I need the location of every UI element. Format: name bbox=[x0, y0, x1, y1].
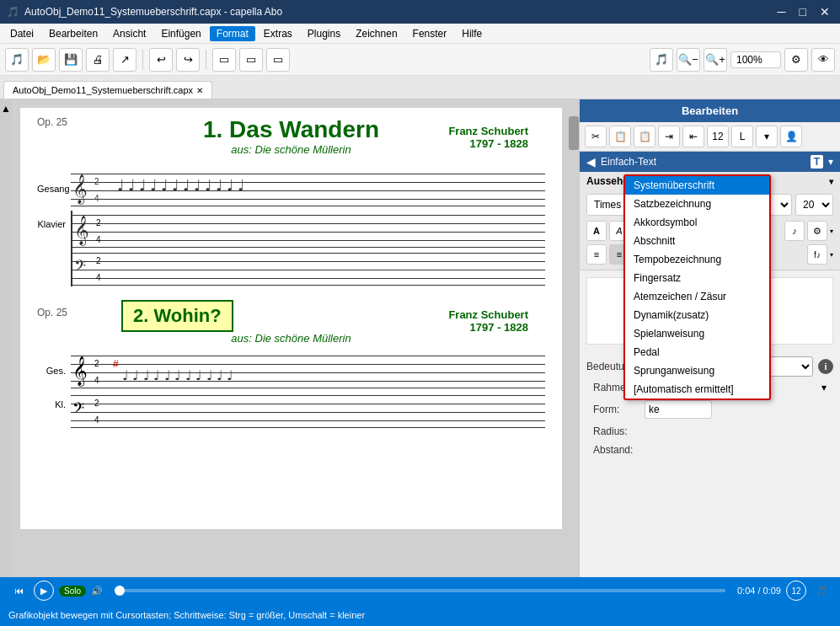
dropdown-btn[interactable]: ▾ bbox=[756, 126, 778, 147]
menu-fenster[interactable]: Fenster bbox=[406, 26, 454, 41]
align-more-icon[interactable]: ▾ bbox=[830, 251, 833, 259]
minimize-button[interactable]: ─ bbox=[774, 5, 789, 19]
special-button2[interactable]: ⇤ bbox=[682, 126, 704, 147]
save-button[interactable]: 💾 bbox=[59, 48, 83, 72]
ts-line-2 bbox=[72, 223, 545, 224]
menu-extras[interactable]: Extras bbox=[257, 26, 299, 41]
dropdown-item-spielanweisung[interactable]: Spielanweisung bbox=[625, 324, 769, 343]
tab-close-icon[interactable]: ✕ bbox=[196, 86, 203, 95]
user-button[interactable]: 👤 bbox=[780, 126, 802, 147]
dropdown-item-sprunganweisung[interactable]: Sprunganweisung bbox=[625, 361, 769, 380]
composer-name: Franz Schubert bbox=[448, 125, 528, 137]
print-button[interactable]: 🖨 bbox=[86, 48, 110, 72]
menu-einfuegen[interactable]: Einfügen bbox=[154, 26, 207, 41]
speaker-icon[interactable]: 🔊 bbox=[91, 586, 103, 597]
undo-button[interactable]: ↩ bbox=[149, 48, 173, 72]
settings-button[interactable]: ⚙ bbox=[784, 48, 808, 72]
format-more-icon[interactable]: ▾ bbox=[830, 227, 833, 235]
playback-handle[interactable] bbox=[115, 586, 125, 596]
section1-op: Op. 25 bbox=[37, 116, 67, 128]
share-button[interactable]: ↗ bbox=[113, 48, 136, 72]
section2-subtitle: aus: Die schöne Müllerin bbox=[37, 332, 545, 345]
kl-section2: Kl. 𝄢 24 bbox=[37, 391, 545, 429]
cut-button[interactable]: ✂ bbox=[585, 126, 607, 147]
capella-btn[interactable]: 🎵 bbox=[650, 48, 673, 72]
scrollbar-thumb[interactable] bbox=[569, 116, 579, 150]
time-sig: 24 bbox=[94, 174, 99, 207]
kl-time: 24 bbox=[96, 215, 101, 249]
copy-button[interactable]: 📋 bbox=[609, 126, 631, 147]
solo-badge[interactable]: Solo bbox=[59, 586, 86, 597]
dropdown-item-tempobezeichnung[interactable]: Tempobezeichnung bbox=[625, 250, 769, 269]
paste-special-button[interactable]: ⇥ bbox=[658, 126, 680, 147]
new-button[interactable]: 🎵 bbox=[5, 48, 29, 72]
dropdown-item-automatisch[interactable]: [Automatisch ermittelt] bbox=[625, 380, 769, 399]
special2-button[interactable]: ⚙ bbox=[807, 221, 827, 241]
title-bar-left: 🎵 AutoObj_Demo11_Systemueberschrift.capx… bbox=[7, 6, 282, 18]
scroll-up-area[interactable]: ▲ bbox=[0, 99, 12, 577]
score-content: 1. Das Wandern aus: Die schöne Müllerin … bbox=[20, 108, 562, 529]
ts-line-4 bbox=[72, 240, 545, 241]
format-button[interactable]: 12 bbox=[707, 126, 729, 147]
view-btn-3[interactable]: ▭ bbox=[266, 48, 290, 72]
tab-bar: AutoObj_Demo11_Systemueberschrift.capx ✕ bbox=[0, 76, 840, 99]
einfach-expand-icon[interactable]: ▾ bbox=[828, 156, 833, 168]
dropdown-item-dynamik[interactable]: Dynamik(zusatz) bbox=[625, 306, 769, 324]
abstand-row: Abstand: bbox=[586, 442, 833, 457]
dropdown-item-abschnitt[interactable]: Abschnitt bbox=[625, 232, 769, 250]
menu-plugins[interactable]: Plugins bbox=[301, 26, 347, 41]
radius-row: Radius: bbox=[586, 424, 833, 439]
form-input[interactable] bbox=[645, 400, 712, 419]
prev-button[interactable]: ⏮ bbox=[8, 581, 29, 601]
aussehen-collapse-icon[interactable]: ▾ bbox=[829, 177, 833, 186]
toolbar-sep-1 bbox=[142, 50, 143, 70]
redo-button[interactable]: ↪ bbox=[176, 48, 200, 72]
section2-title: 2. Wohin? bbox=[121, 300, 233, 332]
open-button[interactable]: 📂 bbox=[32, 48, 56, 72]
back-arrow-icon[interactable]: ◀ bbox=[586, 155, 596, 169]
capella-launch-button[interactable]: 12 bbox=[786, 581, 806, 601]
info-icon[interactable]: i bbox=[818, 359, 833, 374]
paste-button[interactable]: 📋 bbox=[634, 126, 655, 147]
font-special-button[interactable]: f♪ bbox=[807, 244, 827, 265]
menu-hilfe[interactable]: Hilfe bbox=[455, 26, 489, 41]
close-button[interactable]: ✕ bbox=[816, 5, 833, 19]
bs-line-4 bbox=[72, 278, 545, 279]
dropdown-item-satzbezeichnung[interactable]: Satzbezeichnung bbox=[625, 195, 769, 213]
dropdown-item-fingersatz[interactable]: Fingersatz bbox=[625, 269, 769, 287]
kl-treble-clef: 𝄞 bbox=[74, 211, 89, 249]
zoom-input[interactable]: 100% bbox=[730, 51, 781, 68]
size-select[interactable]: 20 bbox=[795, 194, 833, 216]
vertical-scrollbar[interactable] bbox=[569, 99, 579, 577]
zoom-in-button[interactable]: 🔍+ bbox=[704, 48, 727, 72]
note-button[interactable]: ♪ bbox=[784, 221, 805, 241]
menu-datei[interactable]: Datei bbox=[3, 26, 40, 41]
align-left-button[interactable]: ≡ bbox=[586, 244, 607, 265]
title-bar-controls[interactable]: ─ □ ✕ bbox=[774, 5, 833, 19]
bedeutung-dropdown[interactable]: Systemüberschrift Satzbezeichnung Akkord… bbox=[623, 174, 771, 400]
dropdown-item-pedal[interactable]: Pedal bbox=[625, 343, 769, 361]
dropdown-item-systemuberschrift[interactable]: Systemüberschrift bbox=[625, 176, 769, 195]
window-title: AutoObj_Demo11_Systemueberschrift.capx -… bbox=[24, 6, 282, 18]
menu-zeichnen[interactable]: Zeichnen bbox=[349, 26, 404, 41]
view-btn-2[interactable]: ▭ bbox=[239, 48, 263, 72]
menu-ansicht[interactable]: Ansicht bbox=[106, 26, 152, 41]
play-button[interactable]: ▶ bbox=[34, 581, 54, 601]
menu-bearbeiten[interactable]: Bearbeiten bbox=[42, 26, 104, 41]
dropdown-item-atemzeichen[interactable]: Atemzeichen / Zäsur bbox=[625, 287, 769, 306]
speaker-button[interactable]: 🎵 bbox=[811, 581, 832, 601]
ges-staff: Ges. 𝄞 24 # ♩ ♩ ♩ ♩ ♩ ♩ ♩ ♩ ♩ ♩ ♩ bbox=[37, 351, 545, 389]
menu-format[interactable]: Format bbox=[210, 26, 255, 41]
view-btn-1[interactable]: ▭ bbox=[212, 48, 236, 72]
bottom-status-bar: Grafikobjekt bewegen mit Cursortasten; S… bbox=[0, 604, 840, 626]
bold-button[interactable]: A bbox=[586, 221, 607, 241]
line-button[interactable]: L bbox=[731, 126, 753, 147]
notes-svg: ♩ ♩ ♩ ♩ ♩ ♩ ♩ ♩ ♩ ♩ ♩ ♩ bbox=[113, 169, 545, 207]
maximize-button[interactable]: □ bbox=[796, 5, 810, 19]
playback-bar[interactable] bbox=[115, 589, 725, 592]
eye-button[interactable]: 👁 bbox=[811, 48, 835, 72]
zoom-out-button[interactable]: 🔍− bbox=[677, 48, 700, 72]
dropdown-item-akkordsymbol[interactable]: Akkordsymbol bbox=[625, 213, 769, 232]
document-tab[interactable]: AutoObj_Demo11_Systemueberschrift.capx ✕ bbox=[3, 81, 212, 99]
gesang-label: Gesang bbox=[37, 184, 71, 194]
